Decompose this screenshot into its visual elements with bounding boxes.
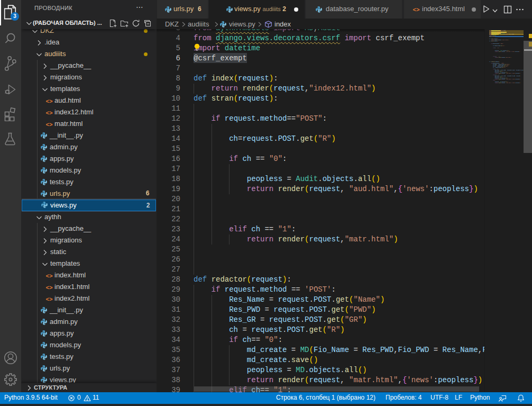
svg-text:<>: <> xyxy=(412,7,420,13)
svg-text:<>: <> xyxy=(45,122,53,128)
svg-text:<>: <> xyxy=(45,98,53,105)
svg-text:<>: <> xyxy=(45,110,53,116)
svg-text:<>: <> xyxy=(45,285,53,291)
svg-text:<>: <> xyxy=(45,296,53,303)
svg-text:<>: <> xyxy=(45,273,53,279)
